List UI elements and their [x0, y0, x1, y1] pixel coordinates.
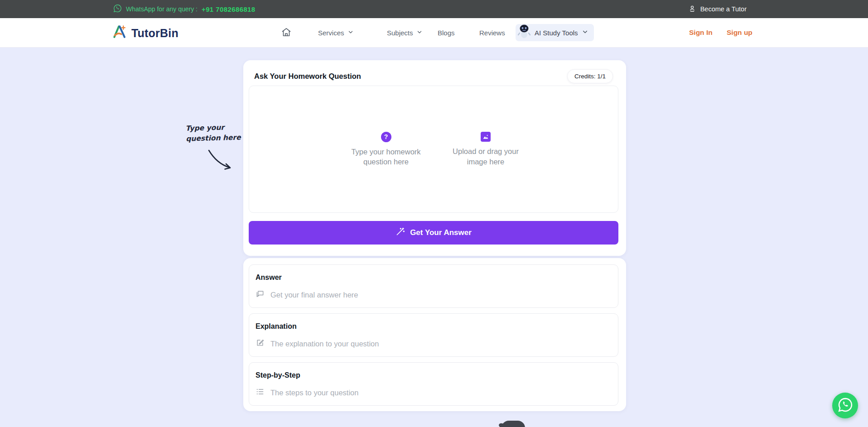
explanation-section: Explanation The explanation to your ques…	[249, 313, 618, 357]
results-card: Answer Get your final answer here Explan…	[243, 258, 626, 411]
steps-section: Step-by-Step The steps to your question	[249, 362, 618, 406]
credits-badge: Credits: 1/1	[567, 69, 613, 83]
answer-section: Answer Get your final answer here	[249, 264, 618, 308]
annotation-line1: Type your	[185, 122, 245, 134]
explanation-placeholder: The explanation to your question	[270, 340, 379, 348]
topbar-whatsapp-link[interactable]: WhatsApp for any query : +91 7082686818	[113, 4, 256, 14]
sign-up-link[interactable]: Sign up	[727, 18, 752, 47]
nav-reviews-label: Reviews	[479, 29, 505, 37]
home-icon	[281, 27, 292, 39]
steps-placeholder: The steps to your question	[270, 389, 358, 397]
annotation-arrow-icon	[206, 149, 235, 171]
topbar: WhatsApp for any query : +91 7082686818 …	[0, 0, 868, 18]
whatsapp-phone-number[interactable]: +91 7082686818	[202, 5, 256, 13]
navbar: TutorBin Services Subjects Blogs Reviews	[0, 18, 868, 48]
tutor-person-icon	[688, 5, 696, 14]
nav-ai-study-tools[interactable]: AI Study Tools	[516, 24, 594, 41]
chat-icon	[256, 289, 265, 300]
sign-up-label: Sign up	[727, 29, 752, 37]
ask-card-header: Ask Your Homework Question Credits: 1/1	[254, 68, 613, 84]
nav-subjects[interactable]: Subjects	[387, 18, 423, 47]
become-tutor-link[interactable]: Become a Tutor	[688, 5, 747, 14]
sign-in-link[interactable]: Sign In	[689, 18, 713, 47]
answer-title: Answer	[256, 273, 609, 282]
nav-services[interactable]: Services	[318, 18, 354, 47]
ask-card-title: Ask Your Homework Question	[254, 72, 361, 81]
magic-wand-icon	[395, 227, 405, 239]
edit-icon	[256, 338, 265, 349]
ask-homework-card: Ask Your Homework Question Credits: 1/1 …	[243, 60, 626, 256]
nav-home[interactable]	[281, 18, 292, 47]
sign-in-label: Sign In	[689, 29, 713, 37]
chevron-down-icon	[582, 29, 588, 37]
type-question-annotation: Type your question here	[185, 122, 245, 144]
whatsapp-icon	[113, 4, 122, 14]
mascot-robot-peek	[502, 421, 525, 427]
upload-image-option[interactable]: Upload or drag your image here	[451, 132, 520, 167]
nav-reviews[interactable]: Reviews	[479, 18, 505, 47]
chevron-down-icon	[416, 29, 423, 37]
nav-blogs[interactable]: Blogs	[438, 18, 455, 47]
nav-services-label: Services	[318, 29, 344, 37]
explanation-title: Explanation	[256, 322, 609, 331]
question-dropzone[interactable]: ? Type your homework question here Uploa…	[249, 86, 618, 213]
answer-placeholder: Get your final answer here	[270, 291, 358, 299]
type-question-option[interactable]: ? Type your homework question here	[347, 132, 425, 167]
chevron-down-icon	[347, 29, 354, 37]
steps-title: Step-by-Step	[256, 371, 609, 379]
become-tutor-label: Become a Tutor	[700, 5, 747, 13]
get-answer-button[interactable]: Get Your Answer	[249, 221, 618, 245]
tutorbin-logo[interactable]: TutorBin	[112, 24, 178, 42]
tutorbin-logo-icon	[112, 24, 128, 42]
nav-blogs-label: Blogs	[438, 29, 455, 37]
whatsapp-icon	[838, 397, 853, 414]
image-upload-icon	[481, 132, 491, 142]
whatsapp-fab-button[interactable]	[832, 393, 858, 418]
upload-image-prompt: Upload or drag your image here	[451, 146, 520, 167]
robot-icon	[517, 24, 531, 40]
ai-study-tools-label: AI Study Tools	[535, 29, 578, 37]
question-mark-icon: ?	[381, 132, 391, 142]
get-answer-label: Get Your Answer	[410, 228, 472, 237]
nav-subjects-label: Subjects	[387, 29, 413, 37]
type-question-prompt: Type your homework question here	[347, 147, 425, 167]
annotation-line2: question here	[186, 132, 245, 144]
whatsapp-query-label: WhatsApp for any query :	[126, 5, 198, 13]
brand-name: TutorBin	[131, 27, 178, 40]
list-icon	[256, 387, 265, 398]
